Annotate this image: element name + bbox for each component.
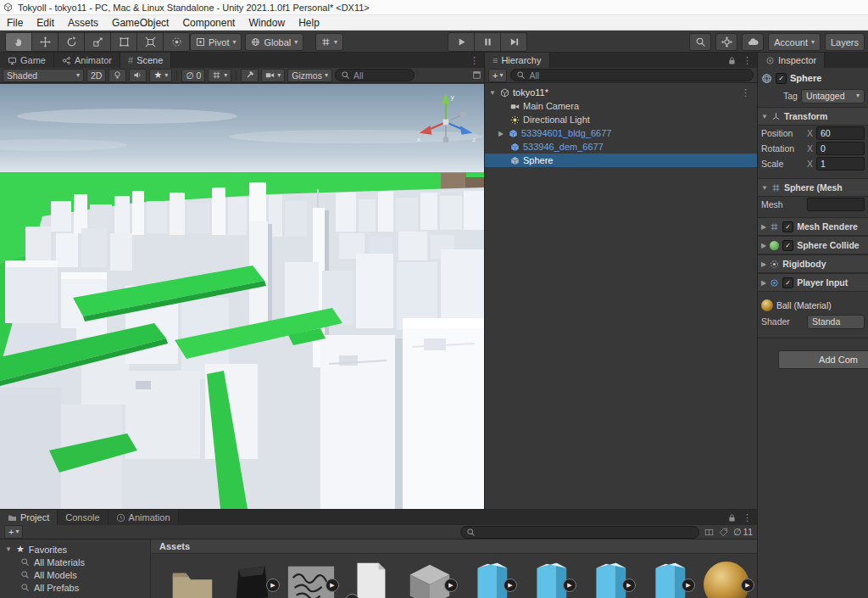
- asset-labels-icon[interactable]: [719, 528, 728, 537]
- foldout-closed-icon[interactable]: ▶: [761, 260, 766, 268]
- create-asset-button[interactable]: + ▾: [4, 525, 23, 539]
- rect-tool-button[interactable]: [111, 32, 137, 52]
- menu-file[interactable]: File: [0, 15, 30, 30]
- favorites-header[interactable]: ▼ ★ Favorites: [0, 543, 150, 556]
- component-enabled-checkbox[interactable]: ✓: [782, 277, 793, 288]
- services-button[interactable]: [715, 33, 737, 51]
- account-dropdown[interactable]: Account ▾: [768, 33, 821, 51]
- tab-project[interactable]: Project: [0, 510, 58, 525]
- lighting-toggle-button[interactable]: [108, 69, 126, 82]
- tab-scene[interactable]: # Scene: [120, 53, 171, 68]
- hand-tool-button[interactable]: [5, 32, 32, 52]
- scene-viewport[interactable]: y x z: [0, 84, 484, 509]
- audio-toggle-button[interactable]: [129, 69, 147, 82]
- rigidbody-component-header[interactable]: ▶ Rigidbody: [758, 254, 868, 273]
- hierarchy-search-input[interactable]: All: [510, 69, 754, 81]
- pivot-toggle-button[interactable]: Pivot ▾: [190, 33, 242, 51]
- mesh-renderer-component-header[interactable]: ▶ ✓ Mesh Rendere: [758, 217, 868, 236]
- hierarchy-item-directional-light[interactable]: Directional Light: [485, 113, 757, 126]
- tab-game[interactable]: Game: [0, 53, 54, 68]
- foldout-closed-icon[interactable]: ▶: [761, 242, 766, 249]
- tab-inspector[interactable]: Inspector: [758, 53, 825, 68]
- menu-assets[interactable]: Assets: [61, 15, 105, 30]
- hidden-objects-button[interactable]: ∅ 0: [181, 69, 205, 82]
- kebab-menu-icon[interactable]: ⋮: [743, 512, 752, 523]
- pause-button[interactable]: [475, 32, 501, 52]
- rotate-tool-button[interactable]: [58, 32, 85, 52]
- scale-x-field[interactable]: 1: [816, 157, 865, 170]
- transform-tool-button[interactable]: [137, 32, 164, 52]
- transform-component-header[interactable]: ▼ Transform: [758, 107, 868, 126]
- foldout-closed-icon[interactable]: ▶: [761, 279, 766, 287]
- mesh-field[interactable]: [807, 198, 865, 211]
- step-button[interactable]: [501, 32, 527, 52]
- kebab-menu-icon[interactable]: ⋮: [743, 55, 752, 66]
- gizmos-dropdown[interactable]: Gizmos ▾: [287, 69, 332, 82]
- hierarchy-item-main-camera[interactable]: Main Camera: [485, 99, 757, 113]
- cloud-button[interactable]: [742, 33, 764, 51]
- tab-animator[interactable]: Animator: [54, 53, 120, 68]
- asset-preview-arrow[interactable]: ▶: [622, 578, 636, 592]
- draw-mode-dropdown[interactable]: Shaded ▾: [3, 69, 84, 82]
- maximize-icon[interactable]: [472, 70, 481, 80]
- asset-blue-building-model[interactable]: ▶: [463, 558, 515, 598]
- scale-tool-button[interactable]: [85, 32, 111, 52]
- favorite-all-prefabs[interactable]: All Prefabs: [0, 581, 150, 594]
- asset-gold-sphere-material[interactable]: ▶: [700, 558, 753, 598]
- tag-dropdown[interactable]: Untagged ▾: [801, 89, 865, 103]
- rotation-x-field[interactable]: 0: [816, 142, 865, 155]
- tab-animation[interactable]: Animation: [108, 510, 179, 525]
- 2d-toggle-button[interactable]: 2D: [86, 69, 106, 82]
- asset-blue-building-model[interactable]: ▶: [581, 558, 634, 598]
- asset-preview-arrow[interactable]: ▶: [682, 578, 695, 592]
- move-tool-button[interactable]: [32, 32, 58, 52]
- foldout-open-icon[interactable]: ▼: [761, 184, 768, 192]
- asset-blue-building-model[interactable]: ▶: [641, 558, 693, 598]
- asset-preview-arrow[interactable]: ▶: [504, 578, 517, 592]
- scene-orientation-gizmo[interactable]: y x z: [413, 89, 479, 155]
- effects-dropdown[interactable]: ★ ▾: [149, 69, 172, 82]
- foldout-open-icon[interactable]: ▼: [488, 89, 497, 97]
- two-column-layout-icon[interactable]: [704, 528, 714, 537]
- sphere-collider-component-header[interactable]: ▶ ✓ Sphere Collide: [758, 236, 868, 254]
- foldout-closed-icon[interactable]: ▶: [497, 130, 505, 137]
- asset-folder[interactable]: [166, 558, 219, 598]
- mesh-filter-component-header[interactable]: ▼ Sphere (Mesh: [758, 178, 868, 197]
- assets-breadcrumb[interactable]: Assets: [151, 539, 757, 554]
- asset-document[interactable]: ✕: [344, 558, 397, 598]
- position-x-field[interactable]: 60: [816, 126, 865, 140]
- grid-visibility-dropdown[interactable]: ▾: [208, 69, 231, 82]
- asset-preview-arrow[interactable]: ▶: [326, 578, 339, 592]
- custom-tool-button[interactable]: [164, 32, 190, 52]
- favorite-all-models[interactable]: All Models: [0, 568, 150, 581]
- lock-icon[interactable]: [727, 513, 737, 523]
- global-toggle-button[interactable]: Global ▾: [245, 33, 303, 51]
- hierarchy-item-dem-prefab[interactable]: 533946_dem_6677: [485, 140, 757, 154]
- search-button[interactable]: [689, 33, 711, 51]
- foldout-open-icon[interactable]: ▼: [5, 545, 12, 553]
- create-object-button[interactable]: + ▾: [488, 69, 507, 82]
- foldout-open-icon[interactable]: ▼: [761, 113, 768, 120]
- play-button[interactable]: [448, 32, 475, 52]
- kebab-menu-icon[interactable]: ⋮: [741, 87, 757, 98]
- tab-console[interactable]: Console: [58, 510, 108, 525]
- grid-snapping-button[interactable]: ▾: [315, 33, 343, 51]
- add-component-button[interactable]: Add Com: [778, 350, 868, 369]
- menu-edit[interactable]: Edit: [30, 15, 61, 30]
- camera-settings-dropdown[interactable]: ▾: [261, 69, 285, 82]
- menu-help[interactable]: Help: [292, 15, 326, 30]
- favorite-all-materials[interactable]: All Materials: [0, 556, 150, 568]
- asset-preview-arrow[interactable]: ▶: [741, 578, 754, 592]
- player-input-component-header[interactable]: ▶ ✓ Player Input: [758, 273, 868, 292]
- shader-dropdown[interactable]: Standa: [807, 315, 865, 329]
- menu-component[interactable]: Component: [175, 15, 242, 30]
- component-enabled-checkbox[interactable]: ✓: [782, 221, 793, 232]
- kebab-menu-icon[interactable]: ⋮: [470, 55, 479, 66]
- asset-blue-building-model[interactable]: ▶: [522, 558, 575, 598]
- scene-search-input[interactable]: All: [335, 69, 415, 81]
- asset-preview-arrow[interactable]: ▶: [563, 578, 576, 592]
- menu-gameobject[interactable]: GameObject: [105, 15, 175, 30]
- project-search-input[interactable]: [460, 526, 699, 539]
- asset-gray-cube-model[interactable]: ▶: [403, 558, 456, 598]
- tab-hierarchy[interactable]: ≡ Hierarchy: [485, 53, 550, 68]
